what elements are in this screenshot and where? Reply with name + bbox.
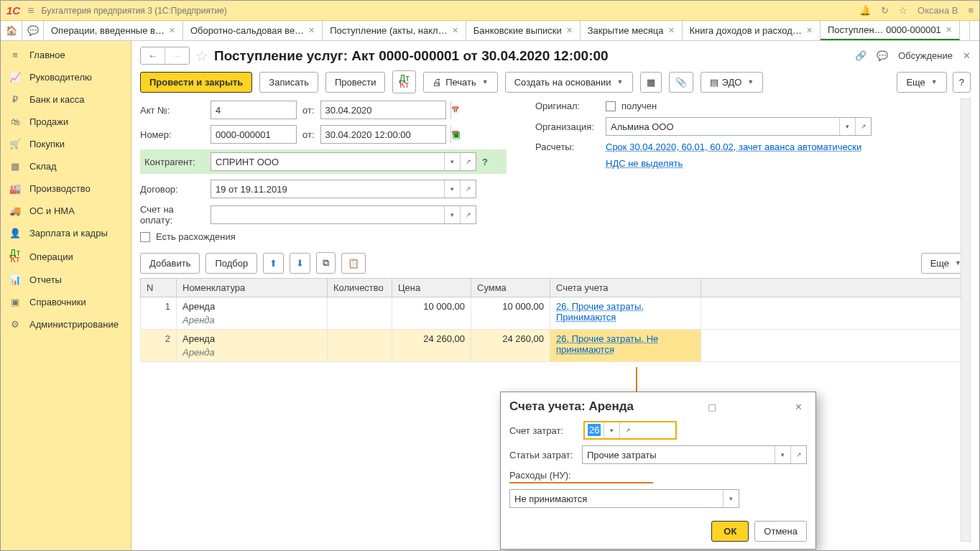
dropdown-icon[interactable]: ▾ — [723, 490, 739, 507]
add-row-button[interactable]: Добавить — [140, 253, 200, 274]
original-checkbox[interactable] — [606, 101, 616, 111]
open-icon[interactable]: ↗ — [619, 422, 635, 438]
sidebar-item-salary[interactable]: 👤Зарплата и кадры — [1, 222, 131, 244]
open-icon[interactable]: ↗ — [855, 118, 871, 135]
close-icon[interactable]: ✕ — [169, 26, 175, 35]
contract-input[interactable] — [211, 180, 444, 198]
copy-button[interactable]: ⧉ — [316, 252, 336, 274]
acc-input[interactable]: 26 — [588, 424, 601, 436]
help-button[interactable]: ? — [953, 72, 971, 93]
sidebar-item-warehouse[interactable]: ▦Склад — [1, 155, 131, 177]
nav-back[interactable]: ← — [141, 47, 165, 64]
related-button[interactable]: ▦ — [640, 72, 662, 93]
calendar-icon[interactable]: 📅 — [450, 101, 459, 119]
item-input[interactable] — [583, 446, 775, 463]
history-icon[interactable]: ↻ — [881, 5, 889, 16]
col-price[interactable]: Цена — [392, 279, 471, 297]
user-name[interactable]: Оксана В — [917, 5, 958, 16]
act-date-input[interactable] — [321, 101, 450, 119]
sidebar-item-bank[interactable]: ₽Банк и касса — [1, 88, 131, 111]
close-icon[interactable]: ✕ — [668, 26, 675, 35]
menu-icon[interactable]: ≡ — [27, 4, 34, 17]
col-n[interactable]: N — [141, 279, 177, 297]
tab-4[interactable]: Закрытие месяца✕ — [581, 21, 683, 40]
close-doc-icon[interactable]: ✕ — [963, 50, 971, 61]
close-icon[interactable]: ✕ — [806, 26, 813, 35]
move-up-button[interactable]: ⬆ — [263, 253, 284, 274]
dropdown-icon[interactable]: ▾ — [604, 422, 619, 438]
contractor-input[interactable] — [211, 153, 444, 170]
star-icon[interactable]: ☆ — [899, 5, 907, 16]
edo-button[interactable]: ▤ЭДО▼ — [701, 72, 764, 93]
link-icon[interactable]: 🔗 — [855, 50, 866, 61]
settings-icon[interactable]: ≡ — [968, 5, 974, 16]
print-button[interactable]: 🖨Печать▼ — [423, 72, 498, 93]
sidebar-item-main[interactable]: ≡Главное — [1, 44, 131, 66]
col-sum[interactable]: Сумма — [471, 279, 550, 297]
open-icon[interactable]: ↗ — [460, 206, 476, 223]
sidebar-item-reports[interactable]: 📊Отчеты — [1, 269, 131, 291]
close-icon[interactable]: ✕ — [566, 26, 573, 35]
table-row[interactable]: 2 АрендаАренда 24 260,00 24 260,00 26, П… — [141, 330, 971, 362]
post-close-button[interactable]: Провести и закрыть — [140, 72, 252, 93]
pick-button[interactable]: Подбор — [205, 253, 257, 274]
cancel-button[interactable]: Отмена — [754, 521, 807, 542]
sidebar-item-purchase[interactable]: 🛒Покупки — [1, 133, 131, 155]
create-based-button[interactable]: Создать на основании▼ — [505, 72, 633, 93]
dtkt-button[interactable]: ДтКт — [392, 70, 416, 93]
help-contractor-icon[interactable]: ? — [482, 157, 488, 167]
col-acc[interactable]: Счета учета — [550, 279, 701, 297]
new-row-icon[interactable]: ▣ — [452, 129, 461, 140]
more-button[interactable]: Еще▼ — [897, 72, 946, 93]
post-button[interactable]: Провести — [325, 72, 386, 93]
tab-2[interactable]: Поступление (акты, накл…✕ — [323, 21, 466, 40]
dropdown-icon[interactable]: ▾ — [775, 446, 790, 463]
close-popup-icon[interactable]: ✕ — [790, 402, 807, 412]
open-icon[interactable]: ↗ — [460, 153, 476, 170]
dropdown-icon[interactable]: ▾ — [444, 153, 460, 170]
paste-button[interactable]: 📋 — [341, 253, 366, 274]
favorite-star-icon[interactable]: ☆ — [195, 47, 208, 65]
sidebar-item-assets[interactable]: 🚚ОС и НМА — [1, 200, 131, 222]
ok-button[interactable]: ОК — [711, 521, 749, 542]
open-icon[interactable]: ↗ — [460, 180, 476, 198]
save-button[interactable]: Записать — [259, 72, 318, 93]
tab-1[interactable]: Оборотно-сальдовая ве…✕ — [183, 21, 323, 40]
maximize-icon[interactable]: ▢ — [703, 402, 721, 412]
sidebar-item-operations[interactable]: ДтКтОперации — [1, 244, 131, 269]
vat-link[interactable]: НДС не выделять — [606, 158, 683, 169]
scrollbar[interactable] — [961, 98, 971, 542]
num-date-input[interactable] — [321, 126, 450, 143]
acc-link-1[interactable]: 26, Прочие затраты, Не принимаются — [556, 333, 658, 355]
bell-icon[interactable]: 🔔 — [859, 5, 871, 16]
col-nomen[interactable]: Номенклатура — [177, 279, 328, 297]
tab-0[interactable]: Операции, введенные в…✕ — [44, 21, 183, 40]
dropdown-icon[interactable]: ▾ — [839, 118, 855, 135]
attach-button[interactable]: 📎 — [669, 72, 693, 93]
col-qty[interactable]: Количество — [328, 279, 392, 297]
acc-link-0[interactable]: 26, Прочие затраты, Принимаются — [556, 301, 644, 323]
nav-forward[interactable]: → — [165, 47, 189, 64]
calc-link[interactable]: Срок 30.04.2020, 60.01, 60.02, зачет ава… — [606, 142, 861, 152]
tab-6[interactable]: Поступлен… 0000-000001✕ — [820, 21, 960, 40]
sidebar-item-admin[interactable]: ⚙Администрирование — [1, 313, 131, 335]
sidebar-item-production[interactable]: 🏭Производство — [1, 177, 131, 200]
tab-3[interactable]: Банковские выписки✕ — [466, 21, 581, 40]
dropdown-icon[interactable]: ▾ — [444, 206, 460, 223]
home-tab[interactable]: 🏠 — [1, 21, 22, 40]
close-icon[interactable]: ✕ — [946, 25, 952, 34]
tab-5[interactable]: Книга доходов и расход…✕ — [683, 21, 820, 40]
discuss-icon[interactable]: 💬 — [877, 50, 888, 61]
messages-tab[interactable]: 💬 — [22, 21, 44, 40]
open-icon[interactable]: ↗ — [790, 446, 806, 463]
discrep-checkbox[interactable] — [140, 232, 150, 242]
discuss-label[interactable]: Обсуждение — [898, 50, 953, 61]
sidebar-item-refs[interactable]: ▣Справочники — [1, 291, 131, 313]
sidebar-item-sales[interactable]: 🛍Продажи — [1, 111, 131, 133]
sidebar-item-manager[interactable]: 📈Руководителю — [1, 66, 131, 88]
tabs-scroll[interactable] — [969, 21, 979, 40]
exp-input[interactable] — [510, 490, 723, 507]
dropdown-icon[interactable]: ▾ — [444, 180, 460, 198]
move-down-button[interactable]: ⬇ — [290, 253, 310, 274]
table-row[interactable]: 1 АрендаАренда 10 000,00 10 000,00 26, П… — [141, 297, 971, 330]
